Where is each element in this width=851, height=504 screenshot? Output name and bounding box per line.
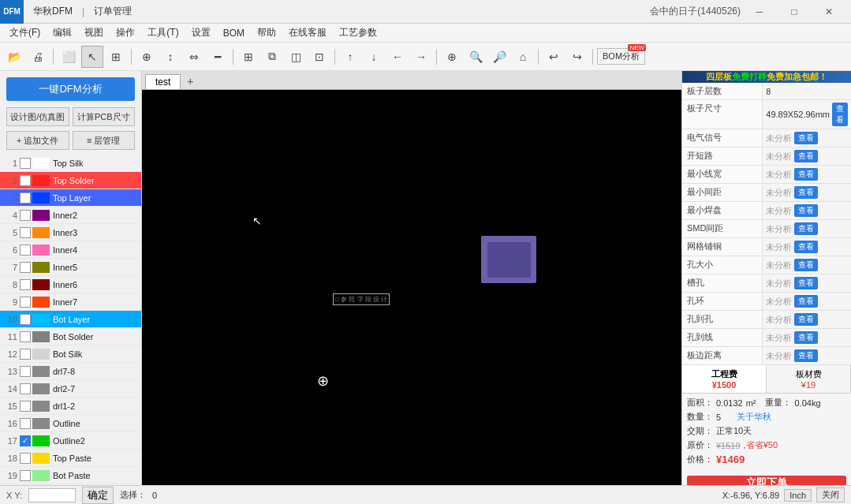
bom-analysis-btn[interactable]: BOM分析 NEW [597,48,645,65]
canvas[interactable]: □ 参 照 字 段 设 计 ⊕ ↖ [142,90,681,485]
order-button[interactable]: 立即下单 [687,476,846,485]
layer-row[interactable]: 4Inner2 [0,207,141,224]
print-btn[interactable]: 🖨 [27,46,49,68]
layer-switch[interactable]: 关闭 [816,487,845,502]
layer-row[interactable]: 17✓Outline2 [0,432,141,450]
layer-row[interactable]: 14drl2-7 [0,380,141,398]
layer-row[interactable]: 6Inner4 [0,241,141,259]
layer-checkbox[interactable] [20,314,31,325]
layer-row[interactable]: 5Inner3 [0,224,141,241]
check-button[interactable]: 查看 [794,259,818,271]
menu-edit[interactable]: 编辑 [47,24,78,41]
drill-btn[interactable]: ⊡ [308,46,330,68]
layer-checkbox[interactable] [20,366,31,377]
layer-checkbox[interactable] [20,453,31,464]
huaqiu-link[interactable]: 关于华秋 [737,411,771,423]
confirm-button[interactable]: 确定 [82,487,114,504]
menu-operate[interactable]: 操作 [110,24,141,41]
check-button[interactable]: 查看 [794,132,818,144]
grid-btn[interactable]: ⊞ [237,46,259,68]
layer-checkbox[interactable] [20,349,31,360]
zoom-fit-btn[interactable]: ⊕ [441,46,463,68]
layer-btn[interactable]: ⧉ [261,46,283,68]
check-button[interactable]: 查看 [794,331,818,344]
layer-checkbox[interactable] [20,245,31,256]
check-button[interactable]: 查看 [794,168,818,181]
dfm-analyze-button[interactable]: 一键DFM分析 [6,77,135,101]
unit-toggle[interactable]: Inch [784,489,812,502]
check-button[interactable]: 查看 [794,295,818,308]
measure-btn[interactable]: ⊕ [136,46,158,68]
cost-tab-material[interactable]: 板材费 ¥19 [767,365,851,393]
check-button[interactable]: 查看 [794,186,818,199]
layer-row[interactable]: 16Outline [0,415,141,432]
menu-bom[interactable]: BOM [217,26,251,40]
layer-row[interactable]: 18Top Paste [0,450,141,467]
view-btn[interactable]: ⊞ [105,46,127,68]
check-button[interactable]: 查看 [794,150,818,162]
redo-btn[interactable]: ↪ [566,46,588,68]
layer-manager-button[interactable]: ≡ 层管理 [73,131,136,150]
layer-checkbox[interactable] [20,175,31,186]
menu-view[interactable]: 视图 [78,24,110,41]
check-button[interactable]: 查看 [794,241,818,253]
undo-btn[interactable]: ↩ [543,46,565,68]
layer-row[interactable]: 19Bot Paste [0,467,141,484]
select-btn[interactable]: ⬜ [58,46,80,68]
layer-row[interactable]: 12Bot Silk [0,345,141,363]
maximize-button[interactable]: □ [778,0,810,24]
rotate-btn[interactable]: ↕ [159,46,181,68]
design-view-button[interactable]: 设计图/仿真图 [6,107,69,126]
menu-file[interactable]: 文件(F) [3,24,47,41]
layer-row[interactable]: 15drl1-2 [0,398,141,415]
layer-row[interactable]: 11Bot Solder [0,328,141,345]
zoom-out-btn[interactable]: 🔎 [488,46,510,68]
add-file-button[interactable]: + 追加文件 [6,131,69,150]
layer-row[interactable]: 10Bot Layer [0,311,141,328]
add-tab-button[interactable]: + [181,73,200,89]
check-button[interactable]: 查看 [794,277,818,289]
close-button[interactable]: ✕ [813,0,845,24]
menu-tools[interactable]: 工具(T) [141,24,185,41]
layer-checkbox[interactable] [20,331,31,342]
cursor-btn[interactable]: ↖ [81,46,103,68]
layer-row[interactable]: 3Top Layer [0,189,141,207]
cost-tab-engineering[interactable]: 工程费 ¥1500 [682,365,767,393]
layer-checkbox[interactable] [20,262,31,273]
layer-checkbox[interactable] [20,401,31,412]
layer-row[interactable]: 2Top Solder [0,172,141,189]
component-btn[interactable]: ◫ [285,46,307,68]
check-button[interactable]: 查看 [794,222,818,235]
layer-checkbox[interactable] [20,158,31,169]
xy-input[interactable] [28,488,76,502]
layer-checkbox[interactable] [20,279,31,290]
line-btn[interactable]: ━ [207,46,229,68]
layer-checkbox[interactable] [20,297,31,308]
menu-help[interactable]: 帮助 [251,24,282,41]
check-button[interactable]: 查看 [794,313,818,326]
check-button[interactable]: 查看 [794,204,818,217]
layer-row[interactable]: 9Inner7 [0,293,141,311]
left-btn[interactable]: ← [386,46,409,68]
menu-process[interactable]: 工艺参数 [333,24,383,41]
open-file-btn[interactable]: 📂 [3,46,25,68]
menu-support[interactable]: 在线客服 [282,24,333,41]
check-button[interactable]: 查看 [832,103,848,126]
layer-checkbox[interactable]: ✓ [20,435,31,446]
canvas-tab[interactable]: test [145,74,181,89]
minimize-button[interactable]: ─ [744,0,775,24]
download-btn[interactable]: ↓ [363,46,385,68]
zoom-in-btn[interactable]: 🔍 [465,46,487,68]
layer-checkbox[interactable] [20,192,31,203]
layer-row[interactable]: 20Drl Draw [0,484,141,485]
layer-checkbox[interactable] [20,210,31,221]
layer-checkbox[interactable] [20,470,31,481]
calc-pcb-button[interactable]: 计算PCB尺寸 [73,107,136,126]
layer-row[interactable]: 8Inner6 [0,276,141,293]
right-btn[interactable]: → [410,46,432,68]
upload-btn[interactable]: ↑ [339,46,361,68]
layer-row[interactable]: 7Inner5 [0,259,141,276]
layer-checkbox[interactable] [20,227,31,238]
layer-row[interactable]: 13drl7-8 [0,363,141,380]
layer-row[interactable]: 1Top Silk [0,155,141,172]
